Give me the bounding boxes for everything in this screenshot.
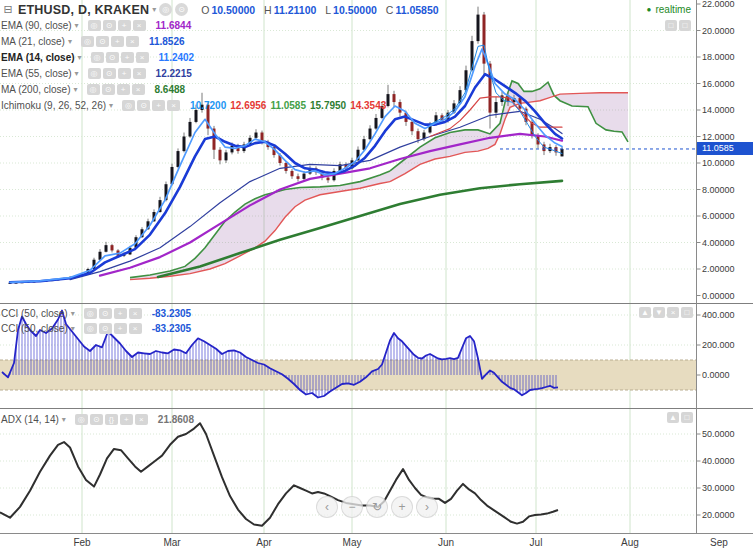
trading-chart-window: ⊟ ETHUSD, D, KRAKEN ▾ ◎ ⊙ O10.50000 H11.… bbox=[0, 0, 753, 550]
price-axis-label: 18.0000 bbox=[702, 52, 735, 62]
low-value: 10.50000 bbox=[333, 4, 377, 16]
indicator-label: CCI (50, close) bbox=[1, 308, 68, 319]
series-settings-icon[interactable]: ⊙ bbox=[175, 3, 188, 16]
indicator-label: EMA (14, close) bbox=[1, 52, 75, 63]
settings-icon[interactable]: ⊙ bbox=[102, 84, 115, 95]
legend-row-adx[interactable]: ADX (14, 14)▾ ◎⊙{}+× 21.8608 bbox=[1, 412, 194, 427]
chevron-down-icon[interactable]: ▾ bbox=[75, 69, 79, 78]
hide-icon[interactable]: ◎ bbox=[75, 414, 88, 425]
legend-row-ma21[interactable]: MA (21, close)▾ ◎⊙+× 11.8526 bbox=[1, 34, 185, 49]
chevron-down-icon[interactable]: ▾ bbox=[109, 101, 113, 110]
remove-icon[interactable]: × bbox=[167, 100, 180, 111]
chevron-down-icon[interactable]: ▾ bbox=[73, 85, 77, 94]
time-axis-label: Apr bbox=[256, 537, 272, 548]
move-panel-down-icon[interactable]: ▼ bbox=[653, 307, 665, 318]
hide-icon[interactable]: ◎ bbox=[88, 68, 101, 79]
hide-series-icon[interactable]: ◎ bbox=[159, 3, 172, 16]
add-icon[interactable]: + bbox=[121, 52, 134, 63]
settings-icon[interactable]: ⊙ bbox=[90, 414, 103, 425]
reset-scale-icon[interactable]: □ bbox=[679, 20, 691, 31]
collapse-legend-icon[interactable]: ⊟ bbox=[2, 4, 14, 16]
symbol-title[interactable]: ETHUSD, D, KRAKEN bbox=[18, 3, 149, 17]
indicator-value: 21.8608 bbox=[158, 414, 194, 425]
chevron-down-icon[interactable]: ▾ bbox=[71, 309, 75, 318]
legend-row-ema14[interactable]: EMA (14, close)▾ ◎⊙+× 11.2402 bbox=[1, 50, 194, 65]
add-icon[interactable]: + bbox=[117, 84, 130, 95]
realtime-badge: ● realtime bbox=[647, 4, 691, 15]
move-panel-up-icon[interactable]: ▲ bbox=[639, 307, 651, 318]
legend-row-cci-2[interactable]: CCI (50, close)▾ ◎⊙+× -83.2305 bbox=[1, 321, 191, 336]
add-icon[interactable]: + bbox=[111, 36, 124, 47]
add-icon[interactable]: + bbox=[114, 308, 127, 319]
time-axis-label: Aug bbox=[621, 537, 639, 548]
price-axis-label: 16.0000 bbox=[702, 79, 735, 89]
scroll-right-button[interactable]: › bbox=[416, 496, 438, 518]
add-icon[interactable]: + bbox=[152, 100, 165, 111]
chevron-down-icon[interactable]: ▾ bbox=[78, 53, 82, 62]
add-icon[interactable]: + bbox=[118, 68, 131, 79]
scroll-left-button[interactable]: ‹ bbox=[316, 496, 338, 518]
price-axis-label: 6.00000 bbox=[702, 211, 735, 221]
chart-style-buttons: □ □ bbox=[663, 20, 691, 31]
ichimoku-kijun-value: 12.6956 bbox=[230, 100, 266, 111]
settings-icon[interactable]: ⊙ bbox=[96, 36, 109, 47]
hide-icon[interactable]: ◎ bbox=[122, 100, 135, 111]
legend-row-ma200[interactable]: MA (200, close)▾ ◎⊙+× 8.6488 bbox=[1, 82, 185, 97]
price-axis-label: 4.00000 bbox=[702, 238, 735, 248]
chevron-down-icon[interactable]: ▾ bbox=[71, 324, 75, 333]
legend-row-ema90[interactable]: EMA (90, close)▾ ◎⊙+× 11.6844 bbox=[1, 18, 191, 33]
remove-icon[interactable]: × bbox=[133, 68, 146, 79]
remove-icon[interactable]: × bbox=[132, 84, 145, 95]
legend-row-ema55[interactable]: EMA (55, close)▾ ◎⊙+× 12.2215 bbox=[1, 66, 192, 81]
hide-icon[interactable]: ◎ bbox=[88, 20, 101, 31]
ohlc-readout: O10.50000 H11.21100 L10.50000 C11.05850 bbox=[195, 4, 438, 16]
settings-icon[interactable]: ⊙ bbox=[103, 68, 116, 79]
move-panel-up-icon[interactable]: ▲ bbox=[667, 412, 679, 423]
price-axis-label: 22.0000 bbox=[702, 0, 735, 9]
chevron-down-icon[interactable]: ▾ bbox=[62, 415, 66, 424]
add-icon[interactable]: + bbox=[120, 414, 133, 425]
settings-icon[interactable]: ⊙ bbox=[103, 20, 116, 31]
maximize-panel-icon[interactable]: □ bbox=[681, 412, 693, 423]
remove-icon[interactable]: × bbox=[129, 323, 142, 334]
remove-icon[interactable]: × bbox=[135, 414, 148, 425]
realtime-dot-icon: ● bbox=[647, 5, 652, 14]
add-icon[interactable]: + bbox=[114, 323, 127, 334]
remove-icon[interactable]: × bbox=[136, 52, 149, 63]
price-axis-label: 20.0000 bbox=[702, 26, 735, 36]
zoom-out-button[interactable]: − bbox=[341, 496, 363, 518]
hide-icon[interactable]: ◎ bbox=[81, 36, 94, 47]
indicator-value: 11.8526 bbox=[149, 36, 185, 47]
settings-icon[interactable]: ⊙ bbox=[137, 100, 150, 111]
hide-icon[interactable]: ◎ bbox=[87, 84, 100, 95]
time-axis-label: Jun bbox=[438, 537, 454, 548]
cci-panel-controls: ▲ ▼ × □ bbox=[637, 307, 693, 318]
maximize-panel-icon[interactable]: □ bbox=[681, 307, 693, 318]
realtime-label: realtime bbox=[655, 4, 691, 15]
legend-row-cci-1[interactable]: CCI (50, close)▾ ◎⊙+× -83.2305 bbox=[1, 306, 191, 321]
reset-view-button[interactable]: ↻ bbox=[366, 496, 388, 518]
hide-icon[interactable]: ◎ bbox=[84, 323, 97, 334]
time-axis[interactable]: FebMarAprMayJunJulAugSep bbox=[0, 534, 753, 550]
indicator-value: -83.2305 bbox=[152, 323, 191, 334]
chevron-down-icon[interactable]: ▾ bbox=[68, 37, 72, 46]
remove-icon[interactable]: × bbox=[126, 36, 139, 47]
settings-icon[interactable]: ⊙ bbox=[99, 308, 112, 319]
time-axis-label: Sep bbox=[710, 537, 728, 548]
price-axis-label: 20.0000 bbox=[702, 510, 735, 520]
settings-icon[interactable]: ⊙ bbox=[99, 323, 112, 334]
hide-icon[interactable]: ◎ bbox=[84, 308, 97, 319]
remove-icon[interactable]: × bbox=[133, 20, 146, 31]
hide-icon[interactable]: ◎ bbox=[91, 52, 104, 63]
settings-icon[interactable]: ⊙ bbox=[106, 52, 119, 63]
close-panel-icon[interactable]: × bbox=[667, 307, 679, 318]
add-icon[interactable]: + bbox=[118, 20, 131, 31]
remove-icon[interactable]: × bbox=[129, 308, 142, 319]
scroll-to-end-icon[interactable]: □ bbox=[665, 20, 677, 31]
source-icon[interactable]: {} bbox=[105, 414, 118, 425]
zoom-in-button[interactable]: + bbox=[391, 496, 413, 518]
indicator-value: -83.2305 bbox=[152, 308, 191, 319]
legend-row-ichimoku[interactable]: Ichimoku (9, 26, 52, 26)▾ ◎⊙+× 10.7200 1… bbox=[1, 98, 386, 113]
chevron-down-icon[interactable]: ▾ bbox=[75, 21, 79, 30]
chevron-down-icon[interactable]: ▾ bbox=[152, 5, 156, 14]
